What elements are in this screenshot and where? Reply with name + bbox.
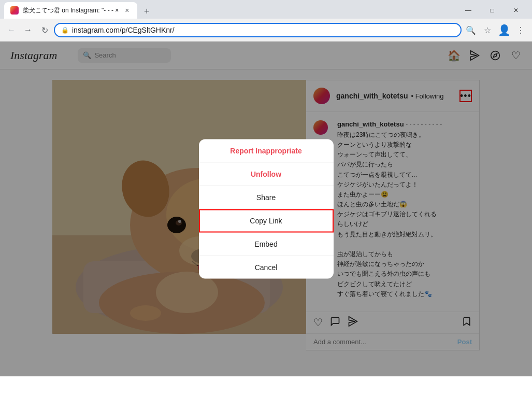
instagram-page: Instagram 🔍 Search 🏠 ♡	[0, 41, 532, 376]
unfollow-option[interactable]: Unfollow	[199, 163, 334, 186]
maximize-button[interactable]: □	[480, 2, 504, 19]
minimize-button[interactable]: —	[456, 2, 480, 19]
lock-icon: 🔒	[61, 26, 69, 34]
share-option[interactable]: Share	[199, 186, 334, 209]
cancel-option[interactable]: Cancel	[199, 256, 334, 279]
toolbar-right: 🔍 ☆ 👤 ⋮	[464, 23, 528, 37]
search-toolbar-button[interactable]: 🔍	[464, 23, 478, 37]
url-display: instagram.com/p/CEgSltGHKnr/	[72, 26, 454, 34]
navigation-bar: ← → ↻ 🔒 instagram.com/p/CEgSltGHKnr/ 🔍 ☆…	[0, 19, 532, 41]
options-modal: Report Inappropriate Unfollow Share Copy…	[199, 139, 334, 279]
reload-button[interactable]: ↻	[37, 23, 52, 37]
back-button[interactable]: ←	[4, 23, 19, 37]
tab-close-button[interactable]: ×	[123, 6, 131, 15]
embed-option[interactable]: Embed	[199, 233, 334, 256]
tab-title: 柴犬こてつ君 on Instagram: "- - - ×	[23, 6, 119, 15]
report-inappropriate-option[interactable]: Report Inappropriate	[199, 139, 334, 163]
active-tab[interactable]: 柴犬こてつ君 on Instagram: "- - - × ×	[4, 2, 137, 19]
tab-favicon-icon	[10, 6, 19, 15]
more-menu-button[interactable]: ⋮	[513, 23, 528, 37]
new-tab-button[interactable]: +	[139, 4, 154, 19]
url-path: /p/CEgSltGHKnr/	[120, 26, 175, 34]
url-base: instagram.com	[72, 26, 120, 34]
tab-bar: 柴犬こてつ君 on Instagram: "- - - × × + — □ ✕	[0, 0, 532, 19]
address-bar[interactable]: 🔒 instagram.com/p/CEgSltGHKnr/	[54, 23, 462, 37]
profile-button[interactable]: 👤	[497, 23, 511, 37]
close-button[interactable]: ✕	[504, 2, 528, 19]
forward-button[interactable]: →	[21, 23, 35, 37]
bookmark-button[interactable]: ☆	[480, 23, 495, 37]
copy-link-option[interactable]: Copy Link	[199, 209, 334, 233]
window-controls: — □ ✕	[456, 2, 528, 19]
